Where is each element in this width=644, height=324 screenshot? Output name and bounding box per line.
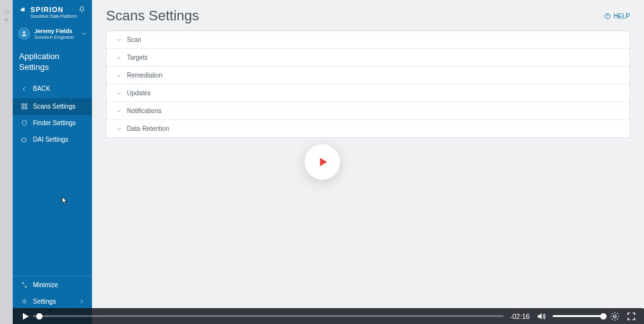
user-name: Jeremy Fields [34, 28, 74, 34]
spirion-logo-icon [19, 5, 28, 14]
chevron-down-icon [115, 72, 122, 79]
chevron-left-icon [20, 85, 28, 93]
code-icon [4, 10, 9, 15]
sidebar-settings[interactable]: Settings [13, 293, 92, 309]
sidebar-item-dai-settings[interactable]: DAI Settings [13, 132, 92, 148]
editor-gutter [0, 0, 13, 324]
play-icon [316, 155, 330, 169]
sidebar-section-title: Application Settings [13, 45, 92, 77]
help-link[interactable]: HELP [604, 13, 630, 20]
sidebar-item-label: DAI Settings [33, 136, 69, 143]
avatar [18, 27, 30, 40]
sidebar-item-label: Minimize [33, 281, 58, 288]
brand-logo: SPIRION [19, 5, 63, 14]
svg-point-0 [6, 19, 7, 20]
video-fullscreen-button[interactable] [626, 311, 636, 321]
svg-point-6 [23, 300, 25, 302]
chevron-down-icon [115, 126, 122, 132]
svg-point-8 [614, 315, 616, 318]
video-control-bar: -02:16 [13, 308, 644, 324]
gear-icon [4, 17, 9, 22]
chevron-down-icon [81, 30, 87, 37]
shield-icon [20, 119, 28, 127]
video-volume-track[interactable] [553, 315, 603, 317]
user-menu[interactable]: Jeremy Fields Solution Engineer [13, 22, 92, 45]
user-meta: Jeremy Fields Solution Engineer [34, 28, 74, 40]
brand-row: SPIRION [13, 0, 92, 15]
user-icon [20, 30, 28, 37]
accordion-row-scan[interactable]: Scan [107, 31, 629, 49]
svg-rect-2 [22, 104, 23, 106]
sidebar-nav: BACK Scans Settings Finder Settings DAI … [13, 81, 92, 148]
video-volume-button[interactable] [536, 311, 546, 321]
user-role: Solution Engineer [34, 34, 74, 40]
brand-tagline: Sensitive Data Platform [13, 14, 92, 22]
accordion-panel: Scan Targets Remediation Updates Notific… [106, 30, 630, 138]
play-icon [20, 311, 30, 321]
accordion-label: Targets [127, 54, 148, 61]
page-title: Scans Settings [106, 8, 199, 24]
accordion-row-notifications[interactable]: Notifications [107, 102, 629, 120]
sidebar-minimize[interactable]: Minimize [13, 276, 92, 293]
accordion-row-updates[interactable]: Updates [107, 84, 629, 102]
svg-rect-3 [25, 104, 27, 106]
brand-name: SPIRION [30, 6, 63, 13]
fullscreen-icon [626, 311, 636, 321]
sidebar-item-label: Finder Settings [33, 119, 76, 126]
svg-point-1 [23, 31, 25, 34]
help-icon [604, 13, 611, 20]
bell-icon[interactable] [78, 6, 86, 13]
video-settings-button[interactable] [610, 311, 620, 321]
gear-icon [20, 297, 28, 305]
accordion-label: Remediation [127, 72, 162, 79]
accordion-label: Scan [127, 36, 141, 43]
svg-rect-5 [25, 107, 27, 109]
sidebar-back-label: BACK [33, 85, 50, 92]
chevron-down-icon [115, 90, 122, 97]
video-play-button[interactable] [305, 144, 340, 180]
sidebar-item-finder-settings[interactable]: Finder Settings [13, 115, 92, 132]
grid-icon [20, 103, 28, 111]
sidebar-item-scans-settings[interactable]: Scans Settings [13, 98, 92, 115]
accordion-label: Data Retention [127, 125, 169, 132]
chevron-right-icon [79, 299, 84, 304]
cloud-icon [20, 136, 28, 144]
accordion-label: Notifications [127, 107, 161, 114]
collapse-icon [20, 281, 28, 288]
sidebar-item-label: Scans Settings [33, 103, 76, 110]
chevron-down-icon [115, 55, 122, 61]
accordion-row-targets[interactable]: Targets [107, 49, 629, 67]
accordion-row-data-retention[interactable]: Data Retention [107, 120, 629, 137]
gear-icon [610, 311, 620, 321]
chevron-down-icon [115, 37, 122, 43]
accordion-row-remediation[interactable]: Remediation [107, 67, 629, 84]
sidebar: SPIRION Sensitive Data Platform Jeremy F… [13, 0, 92, 324]
sidebar-back[interactable]: BACK [13, 81, 92, 97]
sidebar-item-label: Settings [33, 298, 56, 305]
volume-icon [536, 311, 546, 321]
accordion-label: Updates [127, 90, 150, 97]
video-volume-thumb[interactable] [600, 313, 607, 320]
chevron-down-icon [115, 108, 122, 114]
video-progress-thumb[interactable] [36, 313, 43, 320]
video-progress-track[interactable] [33, 315, 504, 317]
main-header: Scans Settings HELP [106, 8, 630, 24]
help-label: HELP [614, 13, 630, 20]
video-time-remaining: -02:16 [510, 313, 530, 320]
main-content: Scans Settings HELP Scan Targets Remedia… [92, 0, 644, 308]
video-play-toggle[interactable] [20, 311, 30, 321]
svg-rect-4 [22, 107, 23, 109]
